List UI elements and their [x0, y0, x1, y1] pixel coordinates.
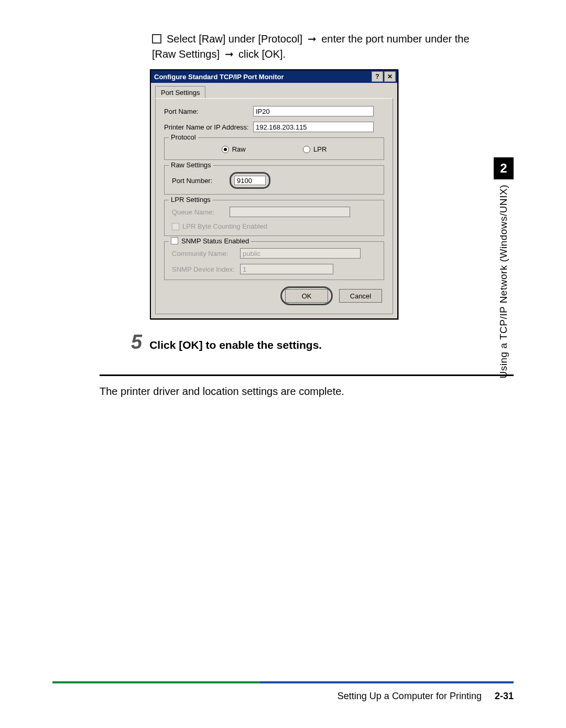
- snmp-index-label: SNMP Device Index:: [172, 265, 240, 273]
- step-number: 5: [131, 331, 142, 354]
- footer-text: Setting Up a Computer for Printing 2-31: [52, 691, 514, 702]
- instruction-prefix: Select [Raw] under [Protocol]: [167, 33, 306, 45]
- radio-lpr-label: LPR: [313, 145, 326, 153]
- help-icon: ?: [375, 73, 379, 80]
- instruction-paragraph: Select [Raw] under [Protocol] ➞ enter th…: [152, 31, 487, 62]
- arrow-icon: ➞: [225, 47, 234, 62]
- radio-raw-label: Raw: [232, 145, 246, 153]
- dialog-title: Configure Standard TCP/IP Port Monitor: [154, 73, 371, 81]
- bullet-square-icon: [152, 34, 161, 44]
- lpr-byte-row: LPR Byte Counting Enabled: [172, 222, 376, 230]
- port-name-label: Port Name:: [164, 108, 253, 115]
- community-row: Community Name:: [172, 248, 376, 259]
- lpr-settings-group: LPR Settings Queue Name: LPR Byte Counti…: [164, 200, 384, 236]
- printer-ip-input[interactable]: [253, 122, 374, 132]
- protocol-radios: Raw LPR: [172, 144, 376, 154]
- completion-text: The printer driver and location settings…: [100, 386, 514, 398]
- cancel-button[interactable]: Cancel: [339, 289, 382, 303]
- snmp-legend[interactable]: SNMP Status Enabled: [169, 237, 251, 245]
- snmp-index-row: SNMP Device Index:: [172, 264, 376, 274]
- chapter-label: Using a TCP/IP Network (Windows/UNIX): [498, 185, 509, 378]
- raw-settings-group: Raw Settings Port Number:: [164, 165, 384, 195]
- queue-name-input: [230, 207, 350, 217]
- ok-highlight: OK: [280, 286, 333, 305]
- port-name-input[interactable]: [253, 106, 374, 116]
- checkbox-unchecked-icon: [172, 223, 179, 230]
- port-number-label: Port Number:: [172, 177, 230, 185]
- raw-settings-legend: Raw Settings: [169, 161, 213, 169]
- radio-raw[interactable]: Raw: [222, 145, 246, 153]
- close-button[interactable]: ✕: [384, 71, 396, 82]
- printer-ip-row: Printer Name or IP Address:: [164, 122, 384, 132]
- help-button[interactable]: ?: [372, 71, 383, 82]
- radio-selected-icon: [222, 146, 229, 153]
- snmp-group: SNMP Status Enabled Community Name: SNMP…: [164, 241, 384, 280]
- community-input: [240, 248, 361, 259]
- snmp-legend-text: SNMP Status Enabled: [181, 237, 249, 245]
- dialog-titlebar: Configure Standard TCP/IP Port Monitor ?…: [151, 70, 397, 83]
- footer-section: Setting Up a Computer for Printing: [338, 691, 482, 701]
- footer-page-number: 2-31: [495, 691, 514, 701]
- footer-color-bar: [52, 681, 514, 683]
- snmp-index-input: [240, 264, 333, 274]
- checkbox-unchecked-icon: [171, 237, 178, 244]
- port-number-row: Port Number:: [172, 172, 376, 189]
- arrow-icon: ➞: [308, 31, 317, 47]
- chapter-number: 2: [494, 157, 514, 179]
- port-number-input[interactable]: [234, 176, 266, 185]
- instruction-suffix: click [OK].: [236, 48, 286, 60]
- page: Select [Raw] under [Protocol] ➞ enter th…: [0, 0, 566, 728]
- queue-name-label: Queue Name:: [172, 208, 230, 216]
- section-divider: [100, 374, 514, 376]
- port-name-row: Port Name:: [164, 106, 384, 116]
- step-heading: 5 Click [OK] to enable the settings.: [131, 331, 514, 354]
- tcpip-port-dialog: Configure Standard TCP/IP Port Monitor ?…: [150, 69, 398, 319]
- protocol-legend: Protocol: [169, 133, 198, 141]
- printer-ip-label: Printer Name or IP Address:: [164, 123, 253, 131]
- dialog-button-row: OK Cancel: [164, 283, 384, 309]
- page-footer: Setting Up a Computer for Printing 2-31: [0, 681, 566, 702]
- radio-unselected-icon: [303, 146, 310, 153]
- queue-name-row: Queue Name:: [172, 207, 376, 217]
- port-number-highlight: [230, 172, 270, 189]
- community-label: Community Name:: [172, 250, 240, 258]
- lpr-settings-legend: LPR Settings: [169, 196, 213, 204]
- dialog-panel: Port Name: Printer Name or IP Address: P…: [155, 98, 393, 314]
- radio-lpr[interactable]: LPR: [303, 145, 326, 153]
- tab-port-settings[interactable]: Port Settings: [155, 86, 205, 98]
- lpr-byte-label: LPR Byte Counting Enabled: [182, 222, 267, 230]
- close-icon: ✕: [387, 73, 393, 80]
- dialog-tabbar: Port Settings: [151, 83, 397, 98]
- ok-button[interactable]: OK: [285, 289, 328, 303]
- chapter-side-tab: 2 Using a TCP/IP Network (Windows/UNIX): [494, 157, 514, 378]
- step-text: Click [OK] to enable the settings.: [149, 339, 322, 351]
- protocol-group: Protocol Raw LPR: [164, 137, 384, 160]
